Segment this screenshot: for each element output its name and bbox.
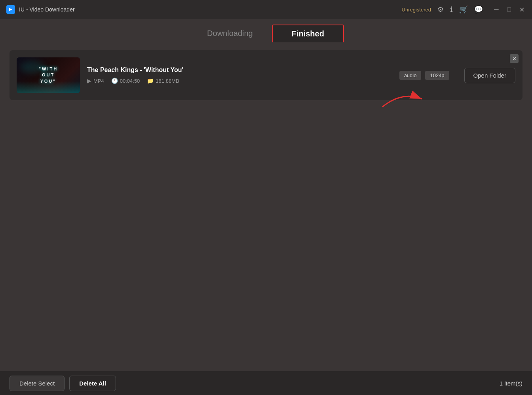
item-count: 1 item(s): [500, 380, 522, 387]
item-info: The Peach Kings - 'Without You' ▶ MP4 🕐 …: [87, 66, 392, 84]
bottombar-left: Delete Select Delete All: [10, 376, 116, 391]
duration-label: 00:04:50: [120, 78, 140, 84]
window-controls: ─ □ ✕: [492, 6, 526, 13]
thumbnail: "WITHOUTYOU": [17, 57, 80, 93]
filesize-label: 181.88MB: [156, 78, 179, 84]
minimize-button[interactable]: ─: [492, 6, 500, 13]
meta-filesize: 📁 181.88MB: [147, 78, 179, 84]
main-content: "WITHOUTYOU" The Peach Kings - 'Without …: [0, 42, 532, 371]
duration-icon: 🕐: [111, 78, 118, 84]
titlebar-right: Unregistered ⚙ ℹ 🛒 💬 ─ □ ✕: [402, 5, 526, 14]
format-label: MP4: [93, 78, 104, 84]
chat-icon[interactable]: 💬: [474, 5, 483, 14]
tab-finished[interactable]: Finished: [272, 25, 344, 42]
filesize-icon: 📁: [147, 78, 154, 84]
thumbnail-text: "WITHOUTYOU": [39, 66, 58, 84]
tab-downloading[interactable]: Downloading: [188, 25, 272, 42]
download-card: "WITHOUTYOU" The Peach Kings - 'Without …: [10, 50, 522, 100]
titlebar: IU - Video Downloader Unregistered ⚙ ℹ 🛒…: [0, 0, 532, 19]
info-icon[interactable]: ℹ: [450, 5, 453, 14]
item-meta: ▶ MP4 🕐 00:04:50 📁 181.88MB: [87, 78, 392, 84]
badge-audio: audio: [399, 71, 422, 80]
delete-select-button[interactable]: Delete Select: [10, 376, 65, 391]
open-folder-button[interactable]: Open Folder: [464, 68, 515, 83]
close-button[interactable]: ✕: [518, 6, 526, 13]
app-icon: [6, 5, 15, 14]
bottombar: Delete Select Delete All 1 item(s): [0, 371, 532, 395]
cart-icon[interactable]: 🛒: [459, 5, 468, 14]
item-badges: audio 1024p: [399, 71, 449, 80]
unregistered-link[interactable]: Unregistered: [402, 7, 431, 13]
app-title: IU - Video Downloader: [19, 6, 75, 13]
meta-format: ▶ MP4: [87, 78, 104, 84]
titlebar-left: IU - Video Downloader: [6, 5, 75, 14]
item-title: The Peach Kings - 'Without You': [87, 66, 392, 74]
delete-all-button[interactable]: Delete All: [69, 376, 116, 391]
format-icon: ▶: [87, 78, 91, 84]
close-card-button[interactable]: ✕: [510, 54, 519, 63]
maximize-button[interactable]: □: [505, 6, 513, 13]
tabbar: Downloading Finished: [0, 19, 532, 42]
meta-duration: 🕐 00:04:50: [111, 78, 140, 84]
settings-icon[interactable]: ⚙: [437, 5, 444, 14]
badge-quality: 1024p: [425, 71, 449, 80]
